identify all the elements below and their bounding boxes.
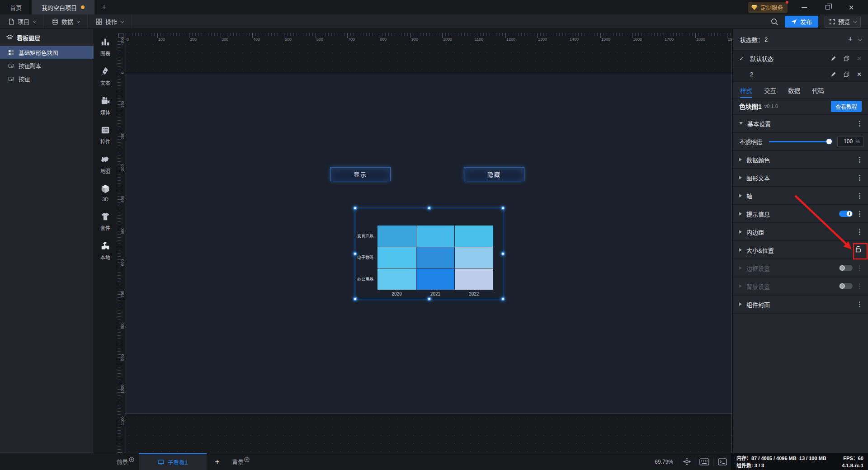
section-component-cover[interactable]: 组件封面 (733, 296, 868, 313)
tab-style[interactable]: 样式 (740, 82, 752, 98)
expand-arrow-icon[interactable] (739, 158, 742, 161)
tool-map[interactable]: 地图 (100, 155, 110, 174)
slider-knob[interactable] (826, 139, 832, 144)
tool-chart[interactable]: 图表 (100, 37, 110, 57)
foreground-button[interactable]: 前景 (112, 453, 139, 470)
chevron-down-icon[interactable] (858, 37, 862, 41)
resize-handle[interactable] (353, 252, 357, 256)
kebab-menu-icon[interactable] (859, 231, 860, 233)
hide-button-component[interactable]: 隐藏 (464, 167, 524, 181)
vip-service-badge[interactable]: 定制服务 (748, 2, 788, 13)
add-state-button[interactable]: + (843, 35, 857, 44)
menu-data[interactable]: 数据 (44, 14, 88, 28)
menu-project[interactable]: 项目 (0, 14, 44, 28)
expand-arrow-icon[interactable] (739, 212, 742, 216)
kebab-menu-icon[interactable] (859, 195, 860, 197)
kebab-menu-icon[interactable] (859, 268, 860, 269)
copy-icon[interactable] (844, 56, 849, 61)
section-opacity[interactable]: 不透明度100% (733, 133, 868, 150)
expand-arrow-icon[interactable] (739, 176, 742, 179)
canvas-viewport[interactable]: 显示 隐藏 家具产品电子数码办公用品 202020212022 (125, 41, 732, 453)
resize-handle[interactable] (353, 206, 357, 210)
resize-handle[interactable] (501, 206, 505, 210)
zoom-level[interactable]: 69.79% (649, 459, 679, 465)
expand-arrow-icon[interactable] (739, 302, 742, 306)
tab-home[interactable]: 首页 (0, 0, 32, 14)
maximize-button[interactable] (821, 1, 835, 13)
preview-button[interactable]: 预览 (825, 16, 861, 28)
edit-icon[interactable] (830, 56, 836, 61)
artboard-right-line (731, 41, 732, 453)
tab-code[interactable]: 代码 (812, 82, 824, 98)
chevron-down-icon (33, 19, 36, 23)
inspector-empty-area (733, 314, 868, 453)
kebab-menu-icon[interactable] (859, 213, 860, 215)
tool-cube[interactable]: 3D (100, 184, 110, 202)
kebab-menu-icon[interactable] (859, 159, 860, 160)
section-tooltip[interactable]: 提示信息 (733, 205, 868, 222)
show-button-component[interactable]: 显示 (330, 167, 391, 181)
heatmap-chart-component[interactable]: 家具产品电子数码办公用品 202020212022 (355, 208, 503, 299)
kebab-menu-icon[interactable] (859, 177, 860, 179)
tab-interaction[interactable]: 交互 (764, 82, 776, 98)
console-button[interactable] (713, 457, 731, 466)
toggle-switch[interactable] (839, 265, 853, 271)
tool-widget[interactable]: 控件 (100, 125, 110, 145)
resize-handle[interactable] (501, 297, 505, 301)
resize-handle[interactable] (353, 297, 357, 301)
opacity-value-input[interactable]: 100% (837, 136, 863, 147)
expand-arrow-icon[interactable] (739, 248, 742, 252)
opacity-slider[interactable] (769, 138, 832, 145)
layer-item-button[interactable]: 按钮 (0, 72, 94, 85)
state-row-2[interactable]: 2 ✕ (733, 66, 868, 82)
expand-arrow-icon[interactable] (739, 122, 743, 125)
kebab-menu-icon[interactable] (859, 123, 860, 124)
board-tab-active[interactable]: 子看板1 (139, 453, 207, 470)
fit-screen-button[interactable] (679, 457, 695, 466)
resize-handle[interactable] (501, 252, 505, 256)
background-button[interactable]: 背景 (227, 453, 254, 470)
layer-item-block-chart[interactable]: 基础矩形色块图 (0, 46, 94, 59)
section-border-settings[interactable]: 边框设置 (733, 259, 868, 277)
resize-handle[interactable] (427, 297, 431, 301)
new-tab-button[interactable]: + (94, 0, 114, 14)
section-background-settings[interactable]: 背景设置 (733, 277, 868, 295)
tab-project[interactable]: 我的空白项目 (32, 0, 94, 14)
expand-arrow-icon[interactable] (739, 230, 742, 234)
kebab-menu-icon[interactable] (859, 286, 860, 287)
expand-arrow-icon[interactable] (739, 194, 742, 197)
tool-kit[interactable]: 套件 (100, 212, 110, 231)
tutorial-button[interactable]: 查看教程 (831, 101, 862, 112)
shortcut-keys-button[interactable] (695, 457, 713, 466)
state-row-default[interactable]: ✓ 默认状态 ✕ (733, 51, 868, 66)
menu-action[interactable]: 操作 (88, 14, 132, 28)
resize-handle[interactable] (427, 206, 431, 210)
kebab-menu-icon[interactable] (859, 304, 860, 305)
expand-arrow-icon[interactable] (739, 284, 742, 288)
expand-arrow-icon[interactable] (739, 266, 742, 270)
section-basic-settings[interactable]: 基本设置 (733, 115, 868, 132)
minimize-button[interactable] (797, 1, 811, 13)
add-board-button[interactable]: + (207, 453, 227, 470)
circle-plus-icon[interactable] (129, 457, 134, 462)
section-data-colors[interactable]: 数据颜色 (733, 151, 868, 168)
layer-item-button-copy[interactable]: 按钮副本 (0, 59, 94, 72)
section-size-position[interactable]: 大小&位置 (733, 241, 868, 258)
section-padding[interactable]: 内边距 (733, 223, 868, 240)
delete-state-icon[interactable]: ✕ (857, 71, 862, 78)
toggle-switch[interactable] (839, 283, 853, 289)
tab-data[interactable]: 数据 (788, 82, 800, 98)
toggle-switch[interactable] (839, 211, 853, 217)
close-button[interactable]: ✕ (844, 1, 858, 13)
circle-plus-icon[interactable] (244, 457, 250, 462)
lock-icon[interactable] (855, 245, 862, 254)
tool-local[interactable]: 本地 (100, 241, 110, 261)
search-icon[interactable] (770, 18, 778, 26)
section-axis[interactable]: 轴 (733, 187, 868, 204)
section-graph-text[interactable]: 图形文本 (733, 169, 868, 186)
copy-icon[interactable] (844, 71, 849, 77)
publish-button[interactable]: 发布 (785, 16, 818, 28)
edit-icon[interactable] (830, 71, 836, 77)
tool-media[interactable]: 媒体 (100, 96, 110, 116)
tool-text[interactable]: 文本 (100, 66, 110, 86)
